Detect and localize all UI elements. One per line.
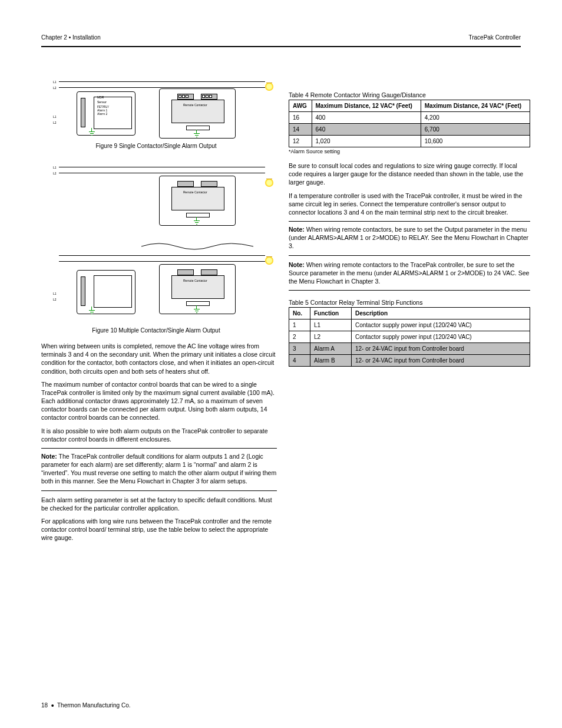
table-cell: L1 bbox=[310, 319, 352, 331]
body-paragraph: The maximum number of contactor control … bbox=[41, 380, 277, 422]
table-cell: 4 bbox=[289, 355, 310, 367]
table-cell: 12 bbox=[289, 136, 312, 147]
note-block: Note: The TracePak controller default co… bbox=[41, 452, 277, 486]
table-header: Maximum Distance, 12 VAC* (Feet) bbox=[312, 100, 421, 112]
ground-icon bbox=[89, 131, 95, 137]
note-rule bbox=[289, 255, 530, 256]
note-rule bbox=[289, 221, 530, 222]
header-product: TracePak Controller bbox=[468, 34, 521, 41]
table-cell: 1 bbox=[289, 319, 310, 331]
table-4: AWG Maximum Distance, 12 VAC* (Feet) Max… bbox=[289, 100, 530, 147]
note-block: Note: When wiring remote contactors to t… bbox=[289, 261, 530, 286]
note-label: Note: bbox=[289, 226, 305, 233]
table-cell: Alarm B bbox=[310, 355, 352, 367]
body-paragraph: Be sure to consult local codes and regul… bbox=[289, 162, 530, 187]
table-cell: 1,020 bbox=[312, 136, 421, 147]
lamp-icon bbox=[265, 83, 273, 91]
page-number: 18 bbox=[41, 702, 48, 709]
table-header: No. bbox=[289, 308, 310, 319]
footer-company: Thermon Manufacturing Co. bbox=[57, 702, 131, 709]
header-rule bbox=[41, 46, 521, 47]
note-block: Note: When wiring remote contactors, be … bbox=[289, 225, 530, 251]
ground-icon bbox=[194, 309, 200, 315]
table-cell: 10,600 bbox=[421, 136, 530, 147]
lamp-icon bbox=[265, 256, 273, 265]
table-cell: 6,700 bbox=[421, 124, 530, 136]
table-cell: 2 bbox=[289, 331, 310, 343]
table-cell: 16 bbox=[289, 112, 312, 124]
page-footer: 18 • Thermon Manufacturing Co. bbox=[41, 701, 521, 710]
note-label: Note: bbox=[289, 261, 305, 268]
note-label: Note: bbox=[41, 453, 57, 460]
table-header: Description bbox=[352, 308, 530, 319]
note-text: When wiring remote contactors, be sure t… bbox=[289, 226, 528, 249]
lamp-icon bbox=[265, 179, 273, 187]
body-paragraph: If a temperature controller is used with… bbox=[289, 192, 530, 217]
figure-10-caption: Figure 10 Multiple Contactor/Single Alar… bbox=[59, 327, 253, 334]
table-cell: 4,200 bbox=[421, 112, 530, 124]
figure-9-caption: Figure 9 Single Contactor/Single Alarm O… bbox=[59, 143, 253, 149]
break-line bbox=[141, 241, 253, 252]
ground-icon bbox=[89, 310, 95, 316]
table-header: Maximum Distance, 24 VAC* (Feet) bbox=[421, 100, 530, 112]
header-chapter: Chapter 2 • Installation bbox=[41, 34, 101, 41]
note-rule bbox=[41, 490, 277, 491]
figure-10: Remote Contactor Remote Contactor L1 L2 bbox=[59, 155, 277, 326]
note-rule bbox=[41, 448, 277, 449]
table-cell: 400 bbox=[312, 112, 421, 124]
table-cell: 3 bbox=[289, 343, 310, 355]
table-header: Function bbox=[310, 308, 352, 319]
table-4-title: Table 4 Remote Contactor Wiring Gauge/Di… bbox=[289, 91, 530, 98]
note-rule bbox=[289, 290, 530, 291]
body-paragraph: For applications with long wire runs bet… bbox=[41, 517, 277, 542]
note-text: The TracePak controller default conditio… bbox=[41, 453, 276, 485]
footer-bullet-icon: • bbox=[51, 701, 54, 710]
body-paragraph: It is also possible to wire both alarm o… bbox=[41, 427, 277, 443]
table-5: No. Function Description 1 L1 Contactor … bbox=[289, 307, 530, 367]
table-cell: Alarm A bbox=[310, 343, 352, 355]
body-paragraph: Each alarm setting parameter is set at t… bbox=[41, 496, 277, 512]
table-cell: L2 bbox=[310, 331, 352, 343]
note-text: When wiring remote contactors to the Tra… bbox=[289, 261, 529, 285]
table-footnote: *Alarm Source setting bbox=[289, 149, 530, 154]
figure-9: MDR Sensor FET/RLY Alarm 1 Alarm 2 Remot… bbox=[59, 59, 277, 141]
table-5-title: Table 5 Contactor Relay Terminal Strip F… bbox=[289, 299, 530, 306]
table-cell: Contactor supply power input (120/240 VA… bbox=[352, 331, 530, 343]
ground-icon bbox=[194, 133, 200, 139]
table-cell: 14 bbox=[289, 124, 312, 136]
table-cell: 12- or 24-VAC input from Controller boar… bbox=[352, 343, 530, 355]
table-cell: 12- or 24-VAC input from Controller boar… bbox=[352, 355, 530, 367]
body-paragraph: When wiring between units is completed, … bbox=[41, 342, 277, 375]
ground-icon bbox=[194, 220, 200, 226]
table-cell: 640 bbox=[312, 124, 421, 136]
table-header: AWG bbox=[289, 100, 312, 112]
table-cell: Contactor supply power input (120/240 VA… bbox=[352, 319, 530, 331]
